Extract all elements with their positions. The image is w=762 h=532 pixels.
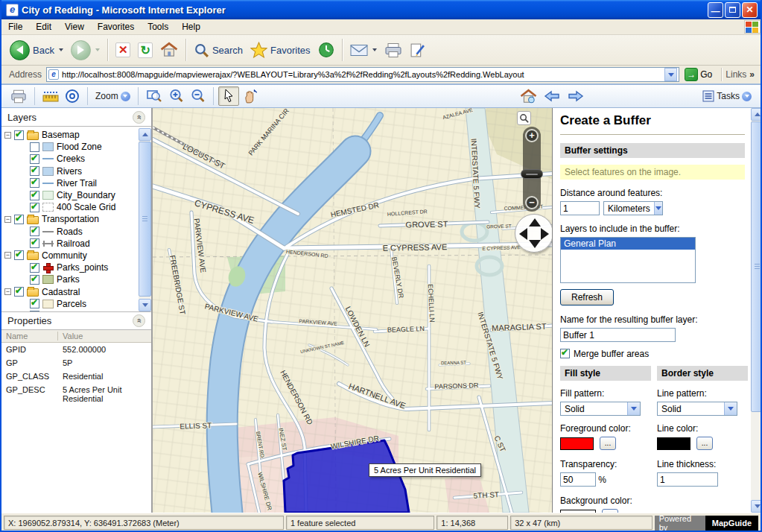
zoom-in-button[interactable] — [165, 87, 187, 105]
layer-checkbox[interactable]: ✔ — [30, 166, 39, 176]
zoom-slider-thumb[interactable] — [521, 169, 543, 179]
edit-button[interactable] — [406, 41, 429, 60]
layer-checkbox[interactable]: ✔ — [14, 215, 24, 224]
layer-row[interactable]: Flood Zone — [1, 141, 151, 153]
zoom-slider[interactable]: + − — [523, 127, 541, 212]
address-dropdown-button[interactable] — [664, 68, 677, 81]
taskpane-scroll-up-button[interactable] — [751, 108, 762, 121]
restore-button[interactable] — [725, 2, 740, 18]
merge-checkbox[interactable]: ✔ — [560, 349, 570, 358]
back-button[interactable]: Back — [6, 39, 67, 62]
menu-file[interactable]: File — [1, 20, 29, 34]
refresh-layers-button[interactable]: Refresh — [560, 289, 614, 305]
previous-view-button[interactable] — [540, 88, 564, 104]
search-button[interactable]: Search — [190, 41, 247, 60]
address-input[interactable]: e http://localhost:8008/mapguide/mapview… — [46, 67, 679, 82]
layer-row[interactable]: −✔Cadastral — [1, 285, 151, 297]
pan-up-icon[interactable] — [529, 218, 541, 227]
layer-row[interactable]: ✔400 Scale Grid — [1, 201, 151, 213]
layer-row[interactable]: −✔Transportation — [1, 213, 151, 225]
buffer-name-input[interactable] — [560, 328, 676, 342]
minimize-button[interactable]: — — [708, 2, 723, 18]
fill-pattern-dropdown-icon[interactable] — [627, 402, 640, 415]
buffer-layers-listbox[interactable]: General Plan — [560, 237, 696, 283]
taskpane-scroll-down-button[interactable] — [751, 500, 762, 513]
foreground-color-picker-button[interactable]: ... — [600, 437, 616, 450]
favorites-button[interactable]: Favorites — [247, 40, 314, 60]
print-button[interactable] — [381, 41, 406, 60]
fill-pattern-select[interactable]: Solid — [560, 402, 641, 416]
menu-edit[interactable]: Edit — [29, 20, 58, 34]
links-button[interactable]: Links » — [726, 69, 758, 80]
scroll-down-button[interactable] — [139, 299, 151, 311]
pan-tool-button[interactable] — [239, 87, 261, 106]
layer-row[interactable]: ✔River Trail — [1, 177, 151, 189]
forward-button[interactable] — [67, 39, 104, 62]
zoom-menu-button[interactable]: Zoom — [92, 89, 133, 103]
layer-checkbox[interactable]: ✔ — [30, 299, 39, 308]
layer-checkbox[interactable] — [30, 142, 39, 152]
line-color-picker-button[interactable]: ... — [696, 437, 713, 450]
zoom-out-button[interactable] — [187, 87, 209, 105]
layer-row[interactable]: ✔Roads — [1, 226, 151, 238]
initial-map-button[interactable] — [517, 87, 540, 106]
menu-view[interactable]: View — [58, 20, 91, 34]
mail-button[interactable] — [346, 42, 381, 59]
go-button[interactable]: → Go — [679, 68, 717, 81]
history-button[interactable] — [314, 40, 338, 60]
home-button[interactable] — [156, 40, 182, 60]
buffer-layer-option[interactable]: General Plan — [561, 238, 695, 250]
layer-checkbox[interactable]: ✔ — [30, 191, 39, 200]
pan-left-icon[interactable] — [519, 228, 527, 240]
layers-scrollbar[interactable] — [139, 128, 151, 311]
units-dropdown-icon[interactable] — [654, 202, 662, 215]
taskpane-scrollbar[interactable] — [751, 108, 762, 513]
zoom-rectangle-button[interactable] — [143, 87, 165, 105]
address-url[interactable]: http://localhost:8008/mapguide/mapviewer… — [62, 70, 664, 79]
tasks-button[interactable]: Tasks — [699, 89, 755, 104]
layer-checkbox[interactable]: ✔ — [30, 178, 39, 188]
line-pattern-select[interactable]: Solid — [657, 402, 737, 416]
forward-dropdown-icon[interactable] — [95, 48, 100, 51]
layer-row[interactable]: ✔Railroad — [1, 238, 151, 250]
stop-button[interactable]: ✕ — [112, 41, 135, 59]
line-thickness-input[interactable] — [657, 472, 718, 487]
distance-input[interactable] — [560, 201, 600, 215]
line-pattern-dropdown-icon[interactable] — [724, 402, 737, 415]
scrollbar-thumb[interactable] — [139, 142, 151, 297]
expander-icon[interactable]: − — [4, 216, 11, 223]
transparency-input[interactable] — [560, 472, 596, 487]
map-view[interactable]: LOCUST STCYPRESS AVEE CYPRESS AVEGROVE S… — [153, 108, 553, 513]
layer-row[interactable]: ✔Rivers — [1, 165, 151, 177]
menu-tools[interactable]: Tools — [141, 20, 175, 34]
expander-icon[interactable]: − — [4, 132, 11, 139]
collapse-layers-button[interactable]: » — [133, 111, 145, 124]
menu-help[interactable]: Help — [175, 20, 207, 34]
layer-checkbox[interactable]: ✔ — [30, 263, 39, 273]
collapse-properties-button[interactable]: » — [133, 314, 145, 327]
layer-row[interactable]: −✔Community — [1, 250, 151, 262]
layer-checkbox[interactable]: ✔ — [14, 287, 24, 297]
zoom-slider-magnifier-icon[interactable] — [517, 111, 531, 125]
layer-checkbox[interactable]: ✔ — [30, 154, 39, 164]
layer-checkbox[interactable]: ✔ — [14, 250, 24, 260]
layer-checkbox[interactable]: ✔ — [30, 238, 39, 248]
next-view-button[interactable] — [564, 88, 588, 104]
layer-row[interactable]: ✔Creeks — [1, 153, 151, 165]
layer-row[interactable]: ✔Parks_points — [1, 262, 151, 273]
zoom-slider-plus-button[interactable]: + — [525, 129, 539, 142]
layer-checkbox[interactable]: ✔ — [30, 203, 39, 212]
layer-row[interactable]: ✔City_Boundary — [1, 189, 151, 201]
close-button[interactable]: ✕ — [742, 2, 758, 18]
line-color-swatch[interactable] — [657, 437, 690, 450]
taskpane-scrollbar-thumb[interactable] — [751, 121, 762, 412]
layer-row[interactable]: −✔Basemap — [1, 129, 151, 141]
foreground-color-swatch[interactable] — [560, 437, 594, 450]
pan-control[interactable] — [515, 214, 553, 253]
back-dropdown-icon[interactable] — [59, 48, 63, 51]
measure-button[interactable] — [39, 88, 62, 104]
expander-icon[interactable]: − — [4, 288, 11, 295]
layer-row[interactable]: ✔Parks — [1, 273, 151, 285]
print-map-button[interactable] — [7, 88, 30, 105]
layer-checkbox[interactable]: ✔ — [14, 130, 24, 140]
